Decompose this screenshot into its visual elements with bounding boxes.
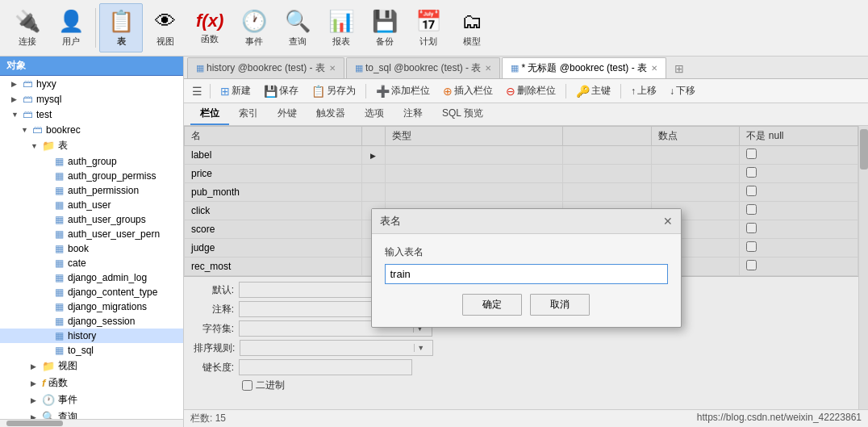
tab-new-table[interactable]: ▦ * 无标题 @bookrec (test) - 表 ✕ bbox=[502, 57, 666, 78]
history-tab-label: history @bookrec (test) - 表 bbox=[207, 61, 325, 75]
expand-arrow: ▶ bbox=[31, 413, 40, 420]
status-left: 栏数: 15 bbox=[190, 412, 226, 425]
table-name-input[interactable] bbox=[385, 264, 668, 284]
function-label: 函数 bbox=[201, 33, 219, 45]
tree-item-auth_user_groups[interactable]: ▦ auth_user_groups bbox=[0, 212, 183, 227]
toolbar-user[interactable]: 👤 用户 bbox=[50, 3, 92, 52]
tab-sql-preview[interactable]: SQL 预览 bbox=[432, 103, 493, 125]
event-label: 事件 bbox=[245, 36, 263, 48]
tree-item-hyxy[interactable]: ▶ 🗃 hyxy bbox=[0, 76, 183, 91]
table-icon: ▦ bbox=[55, 243, 64, 254]
tree-item-auth_user[interactable]: ▦ auth_user bbox=[0, 198, 183, 212]
report-label: 报表 bbox=[332, 36, 350, 48]
left-scroll[interactable] bbox=[0, 419, 183, 427]
toolbar-function[interactable]: f(x) 函数 bbox=[188, 3, 232, 52]
toolbar-view[interactable]: 👁 视图 bbox=[144, 3, 186, 52]
user-label: 用户 bbox=[62, 36, 80, 48]
new-icon: ⊞ bbox=[220, 85, 230, 98]
save-as-button[interactable]: 📋 另存为 bbox=[306, 82, 361, 100]
table-label: 表 bbox=[117, 36, 126, 48]
tree-item-mysql[interactable]: ▶ 🗃 mysql bbox=[0, 91, 183, 107]
primary-key-button[interactable]: 🔑 主键 bbox=[570, 82, 616, 100]
report-icon: 📊 bbox=[328, 9, 354, 34]
history-tab-close[interactable]: ✕ bbox=[329, 64, 336, 73]
expand-arrow: ▶ bbox=[31, 379, 40, 387]
delete-field-button[interactable]: ⊖ 删除栏位 bbox=[500, 82, 561, 100]
toolbar-backup[interactable]: 💾 备份 bbox=[364, 3, 406, 52]
tab-foreign-key[interactable]: 外键 bbox=[268, 103, 307, 125]
table-icon: ▦ bbox=[55, 287, 64, 298]
table-icon: 📋 bbox=[108, 9, 134, 34]
toolbar-model[interactable]: 🗂 模型 bbox=[451, 3, 493, 52]
tab-to_sql[interactable]: ▦ to_sql @bookrec (test) - 表 ✕ bbox=[346, 57, 501, 78]
toolbar-plan[interactable]: 📅 计划 bbox=[407, 3, 449, 52]
tree-item-book[interactable]: ▦ book bbox=[0, 241, 183, 256]
tab-index[interactable]: 索引 bbox=[229, 103, 268, 125]
tree-item-views-folder[interactable]: ▶ 📁 视图 bbox=[0, 358, 183, 375]
tree-item-queries-folder[interactable]: ▶ 🔍 查询 bbox=[0, 408, 183, 419]
query-icon: 🔍 bbox=[285, 9, 311, 34]
toolbar-connect[interactable]: 🔌 连接 bbox=[6, 3, 48, 52]
tree-item-django_admin_log[interactable]: ▦ django_admin_log bbox=[0, 270, 183, 285]
delete-field-icon: ⊖ bbox=[506, 85, 515, 98]
plan-label: 计划 bbox=[419, 36, 437, 48]
view-icon: 👁 bbox=[155, 9, 176, 34]
toolbar: 🔌 连接 👤 用户 📋 表 👁 视图 f(x) 函数 🕐 事件 🔍 查询 📊 报… bbox=[0, 0, 868, 57]
move-up-button[interactable]: ↑ 上移 bbox=[625, 82, 662, 100]
tree-item-auth_group_permission[interactable]: ▦ auth_group_permiss bbox=[0, 169, 183, 183]
event-icon: 🕐 bbox=[241, 9, 267, 34]
table-icon: ▦ bbox=[55, 257, 64, 269]
menu-icon[interactable]: ☰ bbox=[189, 83, 206, 99]
modal-close-button[interactable]: ✕ bbox=[663, 215, 673, 228]
expand-arrow: ▼ bbox=[21, 126, 31, 134]
tab-trigger[interactable]: 触发器 bbox=[307, 103, 355, 125]
save-button[interactable]: 💾 保存 bbox=[258, 82, 304, 100]
db-icon: 🗃 bbox=[23, 108, 33, 120]
tree-item-to_sql[interactable]: ▦ to_sql bbox=[0, 343, 183, 358]
folder-icon: 📁 bbox=[42, 360, 55, 372]
tree-item-functions-folder[interactable]: ▶ f 函数 bbox=[0, 375, 183, 391]
tab-comment[interactable]: 注释 bbox=[394, 103, 432, 125]
modal-confirm-button[interactable]: 确定 bbox=[462, 294, 522, 316]
view-label: 视图 bbox=[156, 36, 174, 48]
tree-item-events-folder[interactable]: ▶ 🕐 事件 bbox=[0, 391, 183, 408]
modal-cancel-button[interactable]: 取消 bbox=[530, 294, 590, 316]
toolbar-event[interactable]: 🕐 事件 bbox=[233, 3, 275, 52]
move-down-button[interactable]: ↓ 下移 bbox=[664, 82, 701, 100]
tree-item-django_migrations[interactable]: ▦ django_migrations bbox=[0, 299, 183, 314]
new-table-tab-close[interactable]: ✕ bbox=[651, 64, 657, 73]
new-button[interactable]: ⊞ 新建 bbox=[215, 82, 257, 100]
model-label: 模型 bbox=[463, 36, 481, 48]
toolbar-report[interactable]: 📊 报表 bbox=[320, 3, 362, 52]
tree-item-tables-folder[interactable]: ▼ 📁 表 bbox=[0, 137, 183, 154]
tree-item-cate[interactable]: ▦ cate bbox=[0, 256, 183, 270]
tree-item-test[interactable]: ▼ 🗃 test bbox=[0, 107, 183, 122]
table-icon: ▦ bbox=[55, 272, 64, 283]
table-icon: ▦ bbox=[55, 156, 64, 167]
tab-options[interactable]: 选项 bbox=[355, 103, 394, 125]
tree-item-django_content_type[interactable]: ▦ django_content_type bbox=[0, 285, 183, 299]
db-icon: 🗃 bbox=[23, 77, 33, 90]
modal-title: 表名 bbox=[380, 214, 401, 228]
backup-label: 备份 bbox=[376, 36, 394, 48]
insert-field-button[interactable]: ⊕ 插入栏位 bbox=[437, 82, 499, 100]
status-bar: 栏数: 15 https://blog.csdn.net/weixin_4222… bbox=[184, 409, 868, 427]
tree-item-auth_permission[interactable]: ▦ auth_permission bbox=[0, 183, 183, 198]
tree-item-auth_group[interactable]: ▦ auth_group bbox=[0, 154, 183, 169]
tree-item-auth_user_user_perm[interactable]: ▦ auth_user_user_pern bbox=[0, 227, 183, 241]
folder-icon: 🔍 bbox=[42, 411, 55, 419]
tab-fields[interactable]: 栏位 bbox=[190, 103, 229, 125]
tab-add-button[interactable]: ⊞ bbox=[668, 59, 691, 78]
add-field-button[interactable]: ➕ 添加栏位 bbox=[370, 82, 436, 100]
tab-history[interactable]: ▦ history @bookrec (test) - 表 ✕ bbox=[187, 57, 344, 78]
toolbar-table[interactable]: 📋 表 bbox=[99, 3, 143, 52]
to-sql-tab-close[interactable]: ✕ bbox=[485, 64, 491, 73]
tree-item-django_session[interactable]: ▦ django_session bbox=[0, 314, 183, 329]
tree-item-history[interactable]: ▦ history bbox=[0, 329, 183, 343]
tree-item-bookrec[interactable]: ▼ 🗃 bookrec bbox=[0, 122, 183, 137]
left-panel: 对象 ▶ 🗃 hyxy ▶ 🗃 mysql ▼ 🗃 test bbox=[0, 57, 184, 427]
new-table-tab-label: * 无标题 @bookrec (test) - 表 bbox=[521, 61, 647, 75]
expand-arrow: ▶ bbox=[11, 95, 21, 103]
table-icon: ▦ bbox=[55, 214, 64, 225]
toolbar-query[interactable]: 🔍 查询 bbox=[277, 3, 319, 52]
